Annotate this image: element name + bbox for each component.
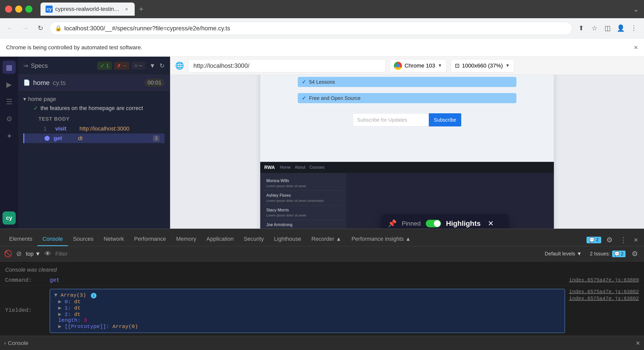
devtools-tab-actions: 💬 2 ⚙ ⋮ × (587, 234, 640, 246)
tab-recorder[interactable]: Recorder ▲ (306, 233, 346, 246)
test-command-visit[interactable]: 1 visit http://localhost:3000 (23, 124, 165, 134)
message-icon: 💬 (589, 237, 595, 243)
highlights-label: Highlights (446, 220, 481, 228)
browser-tab[interactable]: cy cypress-realworld-testing-cou × (41, 3, 135, 16)
console-bottom-label: › Console (4, 340, 28, 346)
sidebar-item-runner[interactable]: ▶ (3, 78, 16, 91)
resolution-selector[interactable]: ⊡ 1000x660 (37%) ▼ (451, 59, 514, 72)
preview-url-bar[interactable]: http://localhost:3000/ (188, 59, 386, 72)
minimize-traffic-light[interactable] (15, 6, 22, 13)
console-link-1[interactable]: index.6575a47e.js:63809 (569, 277, 639, 283)
resolution-icon: ⊡ (455, 62, 459, 69)
menu-button[interactable]: ⋮ (628, 22, 640, 34)
console-link-3[interactable]: index.6575a47e.js:63802 (569, 296, 639, 301)
eye-icon[interactable]: 👁 (45, 250, 51, 258)
tab-console[interactable]: Console (37, 233, 68, 246)
nav-link-home: Home (280, 165, 291, 170)
highlights-toggle[interactable] (426, 220, 441, 227)
list-item-3: Joe Armstrong Lorem ipsum dolor sit amet (263, 220, 343, 229)
back-button[interactable]: ← (4, 22, 16, 34)
sidebar-item-list[interactable]: ☰ (3, 95, 16, 108)
pass-badge: ✓ 1 (97, 62, 112, 70)
ban-icon[interactable]: 🚫 (4, 250, 12, 258)
subscribe-button[interactable]: Subscribe (429, 113, 461, 126)
devtools-settings-button[interactable]: ⚙ (604, 234, 615, 246)
subscribe-input[interactable]: Subscribe for Updates (353, 113, 429, 126)
test-case[interactable]: ✓ the features on the homepage are corre… (23, 102, 165, 114)
tab-close-button[interactable]: × (124, 6, 130, 12)
tab-sources[interactable]: Sources (68, 233, 98, 246)
array-length: length: 3 (54, 317, 560, 323)
test-group: ▾ home page ✓ the features on the homepa… (18, 94, 170, 145)
tab-performance-insights[interactable]: Performance insights ▲ (346, 233, 416, 246)
issues-badge: 2 Issues: 💬 2 (590, 251, 626, 257)
filter-icon[interactable]: ⊘ (16, 250, 22, 258)
runner-icon: ▶ (6, 80, 12, 89)
console-link-2[interactable]: index.6575a47e.js:63802 (569, 289, 639, 295)
reload-button[interactable]: ↻ (34, 22, 47, 34)
test-file-row[interactable]: 📄 home cy.ts 00:01 (18, 75, 170, 91)
info-icon[interactable]: i (91, 293, 96, 298)
issues-count: 💬 2 (612, 251, 626, 257)
extensions-button[interactable]: ◫ (601, 22, 614, 34)
command-count-badge: 3 (153, 135, 159, 142)
command-line-number: 1 (44, 125, 51, 132)
array-item-0: ▶ 0: dt (54, 298, 560, 305)
tab-lighthouse[interactable]: Lighthouse (269, 233, 306, 246)
list-item-2: Stacy Morris Lorem ipsum dolor sit amet (263, 205, 343, 220)
address-bar[interactable]: 🔒 localhost:3000/__#/specs/runner?file=c… (50, 22, 572, 35)
cypress-sidebar: ▦ ▶ ☰ ⚙ ✦ cy (0, 57, 18, 229)
console-filter-input[interactable] (55, 251, 541, 257)
devtools-bottom-bar: › Console × (0, 336, 644, 350)
specs-controls: ✓ 1 ✗ -- ○ -- ▼ ↻ (97, 61, 165, 70)
chrome-icon (394, 62, 402, 70)
check-item-2: Free and Open Source (298, 93, 516, 103)
fail-icon: ✗ (117, 63, 121, 69)
console-cleared: Console was cleared (0, 265, 644, 275)
sidebar-item-dashboard[interactable]: ▦ (3, 61, 16, 74)
new-tab-button[interactable]: + (136, 4, 147, 15)
get-command: get (54, 135, 74, 142)
visit-args: http://localhost:3000 (79, 125, 129, 132)
array-item-1: ▶ 1: dt (54, 305, 560, 311)
browser-selector[interactable]: Chrome 103 ▼ (390, 59, 447, 72)
tab-performance[interactable]: Performance (129, 233, 171, 246)
tab-memory[interactable]: Memory (171, 233, 201, 246)
file-icon: 📄 (23, 79, 30, 86)
yielded-array-box[interactable]: ▼ Array(3) i ▶ 0: dt ▶ 1 (50, 289, 565, 333)
devtools-bottom-close[interactable]: × (636, 339, 640, 347)
context-dropdown[interactable]: top ▼ (26, 251, 41, 257)
close-traffic-light[interactable] (5, 6, 12, 13)
maximize-traffic-light[interactable] (25, 6, 32, 13)
tooltip-close-button[interactable]: ✕ (488, 219, 494, 228)
tab-security[interactable]: Security (239, 233, 269, 246)
test-group-name[interactable]: ▾ home page (23, 96, 165, 102)
settings-icon: ⚙ (6, 115, 12, 123)
refresh-button[interactable]: ↻ (159, 62, 165, 69)
issues-tab-badge[interactable]: 💬 2 (587, 237, 601, 243)
notification-close-button[interactable]: × (634, 43, 638, 52)
sidebar-item-settings[interactable]: ⚙ (3, 112, 16, 125)
tab-elements[interactable]: Elements (4, 233, 37, 246)
minimize-window-button[interactable]: ⌄ (633, 5, 639, 13)
sidebar-item-plugins[interactable]: ✦ (3, 129, 16, 143)
check-item-1: 54 Lessons (298, 77, 516, 87)
settings-button[interactable]: ⚙ (630, 248, 640, 260)
forward-button[interactable]: → (19, 22, 31, 34)
test-command-get[interactable]: get dt 3 (23, 134, 165, 143)
tab-network[interactable]: Network (98, 233, 129, 246)
share-button[interactable]: ⬆ (575, 22, 587, 34)
default-levels[interactable]: Default levels ▼ (545, 251, 582, 257)
bookmark-button[interactable]: ☆ (588, 22, 600, 34)
tab-bar: cy cypress-realworld-testing-cou × + ⌄ (41, 3, 639, 16)
specs-dropdown-button[interactable]: ▼ (147, 61, 157, 70)
console-yielded-line: Yielded: ▼ Array(3) i ▶ 0: dt (0, 286, 644, 335)
devtools-close-button[interactable]: × (632, 234, 640, 246)
array-header: ▼ Array(3) i (54, 292, 560, 298)
app-nav-links: Home About Courses (280, 165, 325, 170)
devtools-more-button[interactable]: ⋮ (618, 234, 629, 246)
profile-button[interactable]: 👤 (615, 22, 627, 34)
tab-application[interactable]: Application (201, 233, 239, 246)
devtools-console: Console was cleared Command: get index.6… (0, 261, 644, 336)
preview-toolbar: 🌐 http://localhost:3000/ Chrome 103 ▼ ⊡ … (170, 57, 644, 75)
